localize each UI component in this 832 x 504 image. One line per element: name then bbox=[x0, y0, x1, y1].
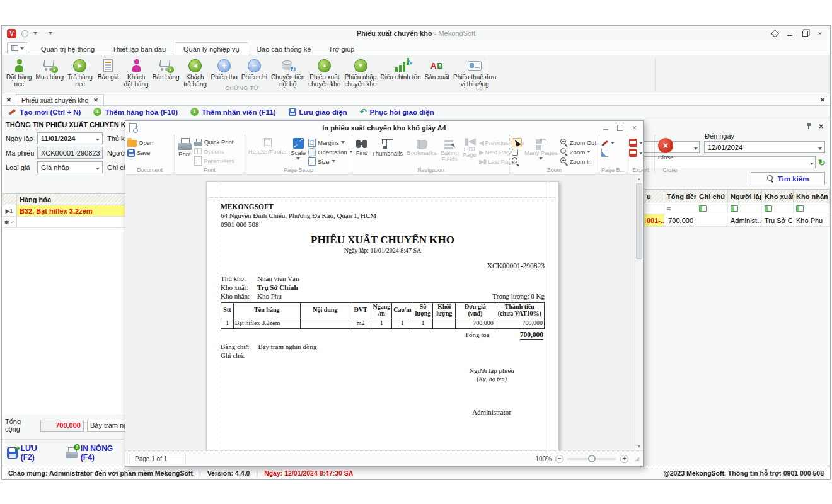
ribbon-button-dieu-chinh-ton[interactable]: ↘Điều chỉnh tồn bbox=[379, 57, 423, 81]
chevron-down-icon[interactable] bbox=[692, 144, 699, 151]
refresh-icon[interactable]: ↻ bbox=[818, 158, 826, 167]
column-header-tong-tien[interactable]: Tổng tiền bbox=[664, 190, 696, 203]
quick-print-button[interactable]: Quick Print bbox=[194, 138, 234, 147]
resize-grip-icon[interactable]: ◢ bbox=[635, 455, 639, 462]
grid-row-1[interactable]: ▶ 1 B32, Bạt hiflex 3.2zem bbox=[2, 205, 125, 217]
ribbon-button-khach-tra-hang[interactable]: ◀Khách trả hàng bbox=[182, 57, 209, 88]
ribbon-button-phieu-thue-don-vi-thi-cong[interactable]: Phiếu thuê đơn vị thi công bbox=[451, 57, 498, 88]
zoom-in-button[interactable]: + bbox=[620, 455, 628, 463]
zoom-button[interactable]: Zoom bbox=[560, 147, 596, 156]
voucher-code-field[interactable]: XCK00001-290823 bbox=[37, 147, 103, 159]
column-header-nguoi-lap[interactable]: Người lập bbox=[728, 190, 762, 203]
expand-icon[interactable] bbox=[771, 30, 778, 37]
filter-row[interactable]: = bbox=[644, 203, 830, 214]
minimize-button[interactable] bbox=[603, 124, 608, 132]
hand-tool-button[interactable] bbox=[512, 148, 522, 157]
ribbon-button-dat-hang-ncc[interactable]: Đặt hàng ncc bbox=[4, 57, 34, 88]
restore-layout-button[interactable]: ↶Phục hồi giao diện bbox=[360, 107, 434, 117]
grid-row-new[interactable]: ✱ ·: bbox=[2, 217, 125, 228]
chevron-down-icon[interactable] bbox=[816, 144, 823, 151]
minimize-button[interactable] bbox=[786, 30, 794, 37]
document-page[interactable]: MEKONGSOFT 64 Nguyễn Đình Chiểu, Phường … bbox=[206, 181, 559, 450]
grid-cell-empty[interactable] bbox=[17, 217, 125, 227]
search-button[interactable]: Tìm kiếm bbox=[751, 172, 825, 185]
cell-note[interactable] bbox=[696, 214, 728, 226]
tab-quan-tri-he-thong[interactable]: Quản trị hệ thống bbox=[32, 42, 103, 55]
to-date-combobox[interactable]: 12/01/2024 bbox=[704, 141, 825, 153]
tab-phieu-xuat-chuyen-kho[interactable]: Phiếu xuất chuyển kho✕ bbox=[16, 94, 104, 105]
column-header-kho-xuat[interactable]: Kho xuất bbox=[762, 190, 794, 203]
zoom-out-button[interactable]: − bbox=[555, 455, 563, 463]
orientation-button[interactable]: Orientation bbox=[308, 147, 352, 156]
page-color-button[interactable] bbox=[601, 148, 615, 158]
zoom-in-button[interactable]: +Zoom In bbox=[560, 157, 596, 166]
scrollbar-thumb[interactable] bbox=[636, 183, 642, 259]
chevron-down-icon[interactable] bbox=[94, 164, 101, 171]
app-menu-button[interactable] bbox=[7, 42, 28, 54]
group-dialog-launcher-icon[interactable]: ◿ bbox=[476, 84, 483, 91]
zoom-out-button[interactable]: −Zoom Out bbox=[560, 138, 596, 147]
scroll-up-icon[interactable]: ▲ bbox=[635, 175, 643, 183]
find-button[interactable]: Find bbox=[354, 137, 369, 166]
ribbon-button-phieu-xuat-chuyen-kho[interactable]: ▲Phiếu xuất chuyển kho bbox=[306, 57, 342, 88]
zoom-slider[interactable] bbox=[567, 458, 616, 460]
tab-tro-giup[interactable]: Trợ giúp bbox=[320, 42, 363, 55]
close-icon[interactable]: ✕ bbox=[815, 96, 830, 105]
close-tab-icon[interactable]: ✕ bbox=[93, 97, 98, 103]
send-pdf-button[interactable] bbox=[629, 148, 643, 158]
ribbon-button-phieu-nhap-chuyen-kho[interactable]: ▼Phiếu nhập chuyển kho bbox=[342, 57, 378, 88]
save-button[interactable]: Save bbox=[127, 148, 153, 158]
column-header-ghi-chu[interactable]: Ghi chú bbox=[696, 190, 728, 203]
open-button[interactable]: Open bbox=[127, 138, 153, 147]
date-created-combobox[interactable]: 11/01/2024 bbox=[37, 132, 103, 144]
tab-thiet-lap-ban-dau[interactable]: Thiết lập ban đầu bbox=[103, 42, 175, 55]
ribbon-button-phieu-chi[interactable]: −Phiếu chi bbox=[240, 57, 269, 81]
filter-text-icon[interactable] bbox=[728, 203, 762, 214]
filter-text-icon[interactable] bbox=[794, 203, 830, 214]
ribbon-button-chuyen-tien-noi-bo[interactable]: ↻Chuyển tiền nội bộ bbox=[269, 57, 306, 88]
chevron-down-icon[interactable] bbox=[808, 159, 815, 166]
create-new-button[interactable]: Tạo mới (Ctrl + N) bbox=[8, 108, 81, 116]
add-item-button[interactable]: +Thêm hàng hóa (F10) bbox=[93, 108, 178, 116]
size-button[interactable]: Size bbox=[308, 157, 352, 166]
result-row[interactable]: 001-... 700,000 Administ... Trụ Sở C... … bbox=[644, 214, 830, 227]
tab-bao-cao-thong-ke[interactable]: Báo cáo thống kê bbox=[248, 42, 320, 55]
pin-icon[interactable] bbox=[806, 122, 811, 130]
cell-creator[interactable]: Administ... bbox=[728, 214, 762, 226]
filter-equals-icon[interactable]: = bbox=[664, 203, 696, 214]
customize-toolbar-icon[interactable] bbox=[49, 32, 52, 35]
ribbon-button-ban-hang[interactable]: ▲Bán hàng bbox=[151, 57, 182, 81]
hot-print-button[interactable]: ?IN NÓNG (F4) bbox=[66, 444, 125, 462]
print-button[interactable]: Print bbox=[176, 137, 193, 166]
close-preview-button[interactable]: ×Close bbox=[657, 137, 674, 166]
column-header[interactable]: u bbox=[644, 190, 664, 203]
zoom-slider-knob[interactable] bbox=[588, 455, 596, 462]
chevron-down-icon[interactable] bbox=[33, 32, 37, 35]
filter-text-icon[interactable] bbox=[696, 203, 728, 214]
save-layout-button[interactable]: Lưu giao diện bbox=[289, 108, 347, 116]
filter-cell[interactable] bbox=[644, 203, 664, 214]
close-all-tabs-icon[interactable]: ✕ bbox=[2, 96, 16, 105]
pointer-tool-button[interactable] bbox=[512, 138, 522, 147]
save-button[interactable]: ➜LƯU (F2) bbox=[7, 444, 50, 462]
close-panel-icon[interactable]: ✕ bbox=[819, 123, 824, 130]
restore-button[interactable] bbox=[801, 30, 809, 37]
chevron-down-icon[interactable] bbox=[94, 135, 101, 142]
ribbon-button-san-xuat[interactable]: ABSản xuất bbox=[423, 57, 451, 81]
cell-warehouse-out[interactable]: Trụ Sở C... bbox=[762, 214, 794, 226]
cell-code[interactable]: 001-... bbox=[644, 214, 664, 226]
ribbon-button-tra-hang-ncc[interactable]: ▶Trả hàng ncc bbox=[66, 57, 95, 88]
export-pdf-button[interactable] bbox=[629, 138, 643, 147]
magnifier-tool-button[interactable] bbox=[512, 158, 522, 166]
scroll-down-icon[interactable]: ▼ bbox=[635, 443, 643, 450]
grid-cell-item[interactable]: B32, Bạt hiflex 3.2zem bbox=[17, 205, 125, 216]
maximize-button[interactable] bbox=[617, 124, 623, 132]
ribbon-button-mua-hang[interactable]: ▼Mua hàng bbox=[34, 57, 66, 81]
cell-warehouse-in[interactable]: Kho Phụ bbox=[794, 214, 830, 226]
close-button[interactable]: × bbox=[632, 124, 637, 132]
preview-area[interactable]: MEKONGSOFT 64 Nguyễn Đình Chiểu, Phường … bbox=[125, 175, 643, 450]
column-header-hang-hoa[interactable]: Hàng hóa bbox=[17, 194, 125, 205]
margins-button[interactable]: Margins bbox=[308, 138, 352, 147]
ribbon-button-bao-gia[interactable]: Báo giá bbox=[95, 57, 122, 81]
column-header-kho-nhan[interactable]: Kho nhận bbox=[794, 190, 830, 203]
